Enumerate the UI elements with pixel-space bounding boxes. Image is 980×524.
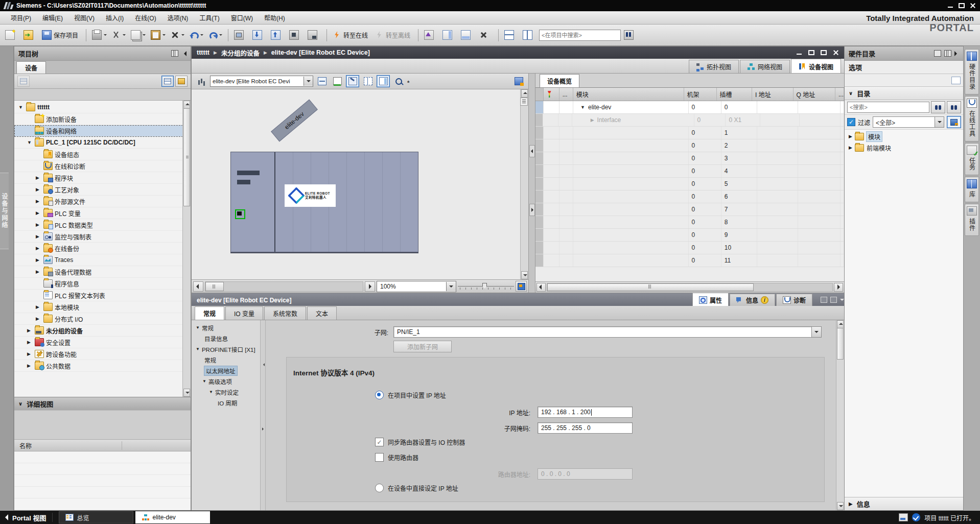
ip-address-input[interactable]: 192 . 168 . 1 . 200 [538,407,633,418]
table-row[interactable]: 0 11 [535,254,844,267]
device-select-dropdown[interactable]: elite-dev [Elite Robot EC Devi [210,76,313,87]
sort-icon[interactable] [17,76,30,87]
table-row[interactable]: 0 2 [535,139,844,152]
toolbar-button[interactable] [3,28,20,42]
tree-item[interactable]: 程序信息 [14,278,191,290]
device-name-tag[interactable]: elite-dev [271,100,318,142]
radio-set-ip-on-device[interactable] [375,484,384,492]
minimize-icon[interactable] [947,3,953,8]
breadcrumb-item[interactable]: tttttt [197,49,209,56]
table-row[interactable]: 0 10 [535,242,844,254]
table-row[interactable]: 0 9 [535,229,844,242]
properties-nav-item[interactable]: ▼ 实时设定 [192,387,260,397]
menu-item[interactable]: 帮助(H) [259,11,291,24]
catalog-item[interactable]: ▶ 前端模块 [845,142,964,153]
go-offline-button[interactable]: 转至离线 [373,28,414,42]
use-router-checkbox[interactable] [375,453,384,462]
tab-devices[interactable]: 设备 [16,61,46,74]
editor-minimize-icon[interactable] [796,50,802,55]
view-tab[interactable]: 网络视图 [740,60,790,73]
filter-dropdown[interactable]: <全部> [873,116,944,128]
tree-item[interactable]: ▶ 未分组的设备 [14,325,191,337]
tree-item[interactable]: ▶ 设备代理数据 [14,266,191,278]
properties-nav-item[interactable]: 以太网地址 [192,365,260,376]
toolbar-button[interactable] [250,28,268,42]
collapse-panel-icon[interactable] [954,51,960,56]
radio-set-ip-in-project[interactable] [375,391,384,399]
table-row[interactable]: 0 6 [535,190,844,203]
properties-tab[interactable]: IO 变量 [225,306,263,320]
fit-to-view-icon[interactable] [516,281,527,292]
right-strip-tab[interactable]: 任务 [965,143,979,175]
menu-item[interactable]: 选项(N) [162,11,194,24]
portal-view-button[interactable]: Portal 视图 [5,513,46,522]
inspector-tab[interactable]: 信息 i [730,294,775,306]
view-tab[interactable]: 拓扑视图 [689,60,739,73]
maximize-icon[interactable] [959,3,965,8]
tree-item[interactable]: ▶ 本地模块 [14,301,191,313]
menu-item[interactable]: 项目(P) [5,11,37,24]
panel-view-icon[interactable] [377,75,390,87]
table-row[interactable]: ▼elite-dev 0 0 El... [535,101,844,114]
toolbar-button[interactable] [477,28,495,42]
column-rack[interactable]: 机架 [684,88,717,101]
tree-item[interactable]: 添加新设备 [14,113,191,125]
canvas-horizontal-scrollbar[interactable] [205,281,363,292]
toolbar-button[interactable] [622,28,639,42]
canvas-overview-splitter[interactable] [529,74,535,293]
inspector-collapse-icon[interactable] [840,299,844,303]
toolbar-button[interactable] [232,28,249,42]
project-search-input[interactable] [539,30,621,41]
table-row[interactable]: ▶Interface 0 0 X1 el... [535,114,844,127]
device-head-module[interactable] [231,152,275,252]
toolbar-button[interactable] [90,28,109,42]
view-tab[interactable]: 设备视图 [791,59,841,73]
edit-mode-icon[interactable] [346,75,359,87]
save-window-settings-icon[interactable] [512,75,525,87]
export-table-icon[interactable] [175,76,188,87]
toolbar-button[interactable] [206,28,224,42]
table-row[interactable]: 0 7 [535,203,844,216]
table-row[interactable]: 0 4 [535,165,844,178]
device-data-icon[interactable] [195,75,208,87]
table-row[interactable]: 0 8 [535,216,844,229]
tree-item[interactable]: PLC 报警文本列表 [14,290,191,301]
tree-item[interactable]: ▼ tttttt [14,102,191,113]
expand-arrow[interactable]: ▼ [18,105,24,110]
column-q-address[interactable]: Q 地址 [794,88,835,101]
grid-split-icon[interactable] [361,75,375,87]
tree-item[interactable]: ▶ 分布式 I/O [14,313,191,325]
page-overview-icon[interactable] [520,98,528,106]
properties-nav-item[interactable]: 目录信息 [192,333,260,344]
status-detail-icon[interactable] [899,513,908,521]
table-row[interactable]: 0 5 [535,178,844,190]
right-strip-tab[interactable]: 硬件目录 [965,49,979,94]
measure-icon[interactable] [315,75,329,87]
inspector-list-icon[interactable] [830,297,837,303]
table-view-icon[interactable] [161,76,174,87]
toolbar-button[interactable] [169,28,186,42]
properties-nav-item[interactable]: ▼ PROFINET接口 [X1] [192,344,260,354]
panel-columns-icon[interactable] [171,50,178,57]
subnet-dropdown[interactable]: PN/IE_1 [393,326,822,338]
zoom-level-dropdown[interactable]: 100% [377,281,456,292]
sync-router-checkbox[interactable]: ✓ [375,438,384,446]
search-up-icon[interactable] [947,101,961,113]
zoom-plusminus[interactable]: ± [407,80,409,83]
splitter-collapse-right-icon[interactable] [529,204,535,216]
expand-arrow[interactable]: ▶ [36,304,41,309]
properties-tab[interactable]: 文本 [307,306,337,320]
filter-checkbox[interactable]: ✓ [847,118,855,126]
properties-nav-item[interactable]: ▼ 常规 [192,322,260,333]
router-address-input[interactable]: 0 . 0 . 0 . 0 [538,468,633,480]
expand-arrow[interactable]: ▶ [36,199,41,204]
tab-devices-networks-vertical[interactable]: 设备与网络 [0,173,9,249]
toolbar-button[interactable] [129,28,148,42]
zoom-icon[interactable] [392,75,405,87]
tree-item[interactable]: ▶ Traces [14,254,191,266]
column-extra[interactable]: ... [835,88,844,101]
expand-arrow[interactable]: ▶ [36,246,41,251]
save-project-button[interactable]: 保存项目 [40,28,82,42]
catalog-search-input[interactable] [847,102,929,113]
zoom-slider[interactable] [458,282,514,291]
